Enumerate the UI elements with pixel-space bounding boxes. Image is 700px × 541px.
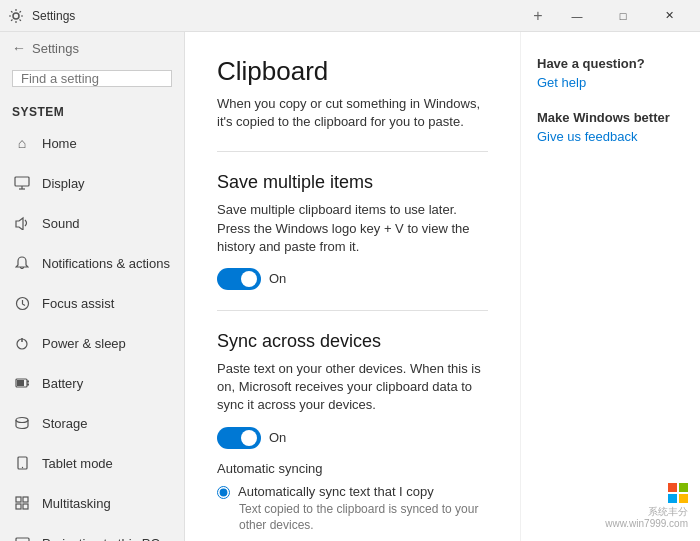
page-title: Clipboard (217, 56, 488, 87)
windows-logo (668, 483, 688, 503)
new-tab-button[interactable]: + (522, 0, 554, 32)
save-section-desc: Save multiple clipboard items to use lat… (217, 201, 488, 256)
system-section-label: System (0, 97, 184, 123)
win-logo-green (679, 483, 688, 492)
svg-point-11 (16, 418, 28, 423)
svg-rect-1 (15, 177, 29, 186)
battery-icon (12, 373, 32, 393)
sidebar-item-notifications[interactable]: Notifications & actions (0, 243, 184, 283)
window-controls: — □ ✕ (554, 0, 692, 32)
maximize-button[interactable]: □ (600, 0, 646, 32)
sync-toggle-knob (241, 430, 257, 446)
tablet-icon (12, 453, 32, 473)
svg-point-13 (21, 467, 22, 468)
save-toggle[interactable] (217, 268, 261, 290)
sidebar-item-label: Focus assist (42, 296, 114, 311)
win-logo-red (668, 483, 677, 492)
settings-icon (8, 8, 24, 24)
sidebar-back-button[interactable]: ← Settings (0, 32, 184, 64)
save-toggle-row: On (217, 268, 488, 290)
sidebar-item-multitasking[interactable]: Multitasking (0, 483, 184, 523)
watermark-url: www.win7999.com (605, 518, 688, 529)
sync-toggle-row: On (217, 427, 488, 449)
sidebar-item-projecting[interactable]: Projecting to this PC (0, 523, 184, 541)
sync-toggle-label: On (269, 430, 286, 445)
svg-rect-8 (17, 380, 24, 386)
display-icon (12, 173, 32, 193)
back-arrow-icon: ← (12, 40, 26, 56)
sync-toggle[interactable] (217, 427, 261, 449)
focus-icon (12, 293, 32, 313)
power-icon (12, 333, 32, 353)
sync-section-desc: Paste text on your other devices. When t… (217, 360, 488, 415)
watermark: 系统丰分 www.win7999.com (605, 480, 688, 529)
multitasking-icon (12, 493, 32, 513)
radio-group: Automatically sync text that I copy Text… (217, 484, 488, 542)
sidebar-item-battery[interactable]: Battery (0, 363, 184, 403)
save-section-title: Save multiple items (217, 172, 488, 193)
radio-auto-input[interactable] (217, 486, 230, 499)
sidebar-item-label: Power & sleep (42, 336, 126, 351)
sidebar-item-label: Sound (42, 216, 80, 231)
help-title: Have a question? (537, 56, 684, 71)
svg-rect-17 (23, 504, 28, 509)
radio-auto-text: Automatically sync text that I copy (238, 484, 434, 499)
notifications-icon (12, 253, 32, 273)
sidebar-item-sound[interactable]: Sound (0, 203, 184, 243)
feedback-link[interactable]: Give us feedback (537, 129, 684, 144)
win-logo-yellow (679, 494, 688, 503)
main-content: Clipboard When you copy or cut something… (185, 32, 520, 541)
save-toggle-knob (241, 271, 257, 287)
radio-option-auto: Automatically sync text that I copy Text… (217, 484, 488, 535)
close-button[interactable]: ✕ (646, 0, 692, 32)
page-description: When you copy or cut something in Window… (217, 95, 488, 131)
divider-2 (217, 310, 488, 311)
sidebar-item-power[interactable]: Power & sleep (0, 323, 184, 363)
right-panel: Have a question? Get help Make Windows b… (520, 32, 700, 541)
sidebar-item-home[interactable]: ⌂ Home (0, 123, 184, 163)
svg-rect-15 (23, 497, 28, 502)
app-body: ← Settings 🔍 System ⌂ Home Display Sound (0, 32, 700, 541)
projecting-icon (12, 533, 32, 541)
get-help-link[interactable]: Get help (537, 75, 684, 90)
sidebar-item-label: Tablet mode (42, 456, 113, 471)
sidebar-item-label: Multitasking (42, 496, 111, 511)
sidebar-item-storage[interactable]: Storage (0, 403, 184, 443)
sidebar-item-tablet[interactable]: Tablet mode (0, 443, 184, 483)
sidebar-item-focus[interactable]: Focus assist (0, 283, 184, 323)
sidebar-app-title: Settings (32, 41, 79, 56)
save-toggle-label: On (269, 271, 286, 286)
radio-auto-label[interactable]: Automatically sync text that I copy (217, 484, 488, 499)
svg-rect-16 (16, 504, 21, 509)
watermark-text: 系统丰分 (605, 505, 688, 518)
sidebar-item-label: Battery (42, 376, 83, 391)
sidebar-item-label: Display (42, 176, 85, 191)
auto-sync-label: Automatic syncing (217, 461, 488, 476)
divider-1 (217, 151, 488, 152)
sidebar-item-label: Projecting to this PC (42, 536, 160, 542)
sound-icon (12, 213, 32, 233)
sidebar-item-display[interactable]: Display (0, 163, 184, 203)
feedback-title: Make Windows better (537, 110, 684, 125)
storage-icon (12, 413, 32, 433)
radio-auto-sublabel: Text copied to the clipboard is synced t… (217, 501, 488, 535)
home-icon: ⌂ (12, 133, 32, 153)
sidebar-item-label: Storage (42, 416, 88, 431)
minimize-button[interactable]: — (554, 0, 600, 32)
sidebar-item-label: Home (42, 136, 77, 151)
sync-section-title: Sync across devices (217, 331, 488, 352)
search-box[interactable]: 🔍 (12, 70, 172, 87)
titlebar: Settings + — □ ✕ (0, 0, 700, 32)
svg-rect-14 (16, 497, 21, 502)
svg-point-0 (13, 13, 19, 19)
win-logo-blue (668, 494, 677, 503)
sidebar-item-label: Notifications & actions (42, 256, 170, 271)
titlebar-title: Settings (32, 9, 522, 23)
sidebar: ← Settings 🔍 System ⌂ Home Display Sound (0, 32, 185, 541)
search-input[interactable] (21, 71, 185, 86)
